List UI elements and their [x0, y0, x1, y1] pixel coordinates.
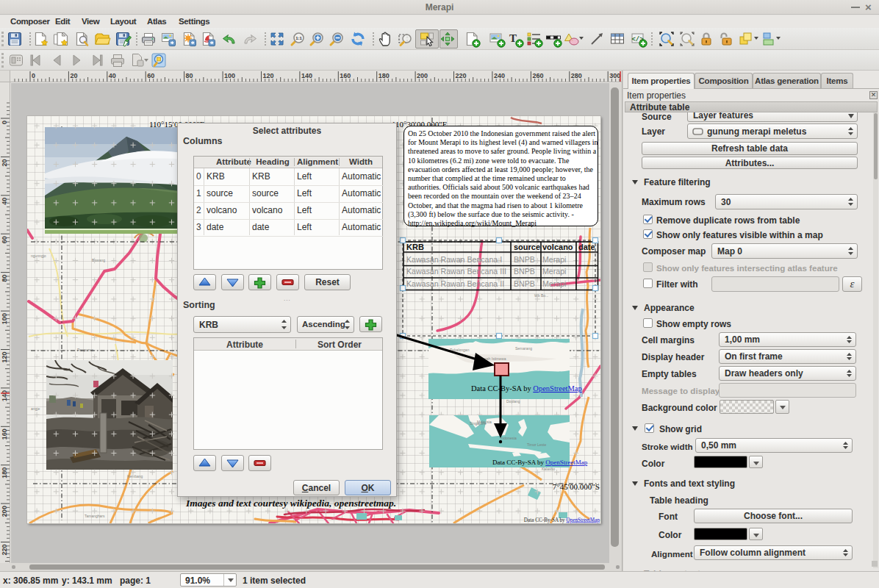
svg-text:date: date	[578, 243, 595, 251]
svg-text:80: 80	[186, 72, 193, 79]
svg-text:220: 220	[456, 72, 467, 79]
svg-text:60: 60	[147, 72, 154, 79]
svg-text:20: 20	[1, 159, 8, 166]
svg-text:160: 160	[340, 72, 351, 79]
svg-text:140: 140	[301, 72, 312, 79]
svg-text:BNPB: BNPB	[514, 279, 535, 288]
svg-text:Timor Leste: Timor Leste	[527, 442, 546, 447]
svg-text:280: 280	[571, 72, 582, 79]
svg-text:120: 120	[263, 72, 274, 79]
svg-text:Data CC-By-SA by OpenStreetMap: Data CC-By-SA by OpenStreetMap	[524, 517, 600, 523]
svg-text:180: 180	[378, 72, 390, 79]
svg-text:volcano: volcano	[542, 243, 573, 251]
svg-text:40: 40	[1, 198, 8, 205]
svg-text:Kawasan Rawan Bencana II: Kawasan Rawan Bencana II	[406, 279, 504, 288]
svg-text:Semarang: Semarang	[515, 346, 532, 351]
svg-text:1:1: 1:1	[295, 36, 302, 40]
svg-text:40: 40	[109, 72, 116, 79]
svg-text:Singapore: Singapore	[470, 421, 487, 426]
svg-text:300: 300	[609, 72, 620, 79]
svg-text:Merapi: Merapi	[542, 279, 566, 288]
svg-text:BNPB: BNPB	[514, 255, 535, 264]
svg-text:200: 200	[417, 72, 428, 79]
svg-text:BNPB: BNPB	[514, 267, 535, 276]
svg-text:20: 20	[70, 72, 77, 79]
svg-text:Data CC-By-SA by OpenStreetMap: Data CC-By-SA by OpenStreetMap	[471, 384, 582, 392]
svg-text:Indonesia: Indonesia	[501, 436, 517, 440]
svg-text:Kawasan Rawan Bencana III: Kawasan Rawan Bencana III	[406, 267, 506, 276]
svg-text:Merapi: Merapi	[542, 255, 566, 264]
svg-text:Kawasan Rawan Bencana I: Kawasan Rawan Bencana I	[406, 255, 502, 264]
svg-text:240: 240	[494, 72, 505, 79]
svg-text:60: 60	[1, 236, 8, 243]
svg-text:0: 0	[32, 72, 35, 79]
svg-text:source: source	[514, 243, 540, 251]
svg-text:260: 260	[532, 72, 543, 79]
svg-text:100: 100	[224, 72, 235, 79]
svg-text:7°45′00.000″S: 7°45′00.000″S	[553, 482, 600, 491]
svg-text:Merapi: Merapi	[542, 267, 566, 276]
svg-text:80: 80	[1, 275, 8, 282]
svg-text:KRB: KRB	[406, 243, 424, 251]
svg-text:Data CC-By-SA by OpenStreetMap: Data CC-By-SA by OpenStreetMap	[492, 459, 588, 466]
